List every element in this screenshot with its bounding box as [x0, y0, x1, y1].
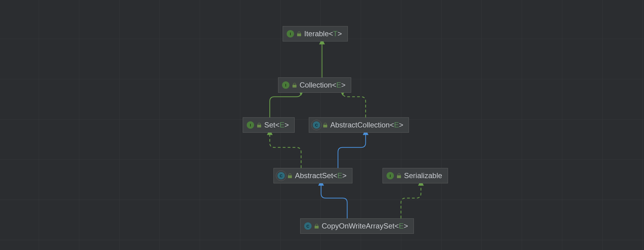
- class-icon: C: [304, 222, 312, 230]
- interface-icon: I: [247, 121, 254, 129]
- node-serializable[interactable]: I Serializable: [383, 168, 448, 183]
- interface-icon: I: [282, 81, 289, 89]
- class-icon: C: [313, 121, 320, 129]
- node-abstractcollection[interactable]: C AbstractCollection<E>: [309, 117, 409, 133]
- interface-icon: I: [287, 30, 294, 37]
- node-label: Collection<E>: [300, 81, 345, 89]
- lock-icon: [257, 123, 261, 127]
- class-icon: C: [277, 172, 285, 179]
- lock-icon: [297, 32, 301, 36]
- node-label: CopyOnWriteArraySet<E>: [322, 222, 408, 230]
- lock-icon: [323, 123, 327, 127]
- node-label: AbstractCollection<E>: [330, 121, 403, 129]
- lock-icon: [288, 174, 292, 178]
- node-label: Serializable: [404, 171, 442, 180]
- interface-icon: I: [387, 172, 394, 179]
- lock-icon: [315, 224, 319, 229]
- node-collection[interactable]: I Collection<E>: [278, 77, 351, 93]
- lock-icon: [293, 83, 296, 88]
- node-label: AbstractSet<E>: [295, 171, 347, 180]
- node-label: Set<E>: [264, 121, 289, 129]
- node-iterable[interactable]: I Iterable<T>: [283, 26, 348, 41]
- lock-icon: [397, 174, 401, 178]
- node-set[interactable]: I Set<E>: [243, 117, 295, 133]
- node-label: Iterable<T>: [304, 29, 342, 38]
- node-abstractset[interactable]: C AbstractSet<E>: [273, 168, 352, 183]
- node-copyonwritearrayset[interactable]: C CopyOnWriteArraySet<E>: [300, 218, 414, 234]
